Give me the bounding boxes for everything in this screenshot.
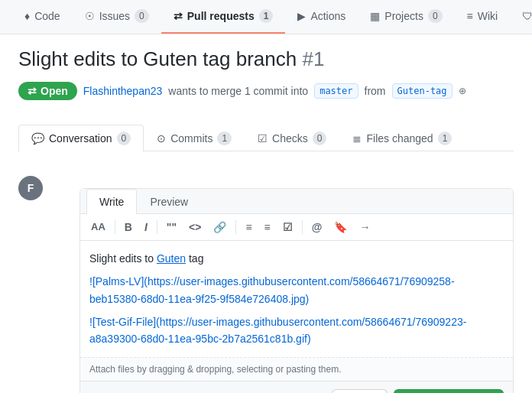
checks-icon: ☑ bbox=[258, 132, 268, 145]
editor-line-2: ![Palms-LV](https://user-images.githubus… bbox=[89, 273, 504, 307]
avatar: F bbox=[18, 176, 43, 200]
editor-line-3: ![Test-Gif-File](https://user-images.git… bbox=[89, 313, 504, 348]
editor-toolbar: AA B I "" <> 🔗 ≡ ≡ ☑ @ 🔖 → bbox=[80, 214, 513, 241]
issues-icon: ☉ bbox=[85, 10, 95, 22]
editor-line-1: Slight edits to Guten tag bbox=[89, 250, 504, 267]
toolbar-mention-btn[interactable]: @ bbox=[307, 219, 327, 235]
conversation-icon: 💬 bbox=[31, 132, 44, 145]
actions-icon: ▶ bbox=[297, 10, 306, 22]
code-icon: ♦ bbox=[24, 10, 30, 22]
comment-editor: Write Preview AA B I "" <> 🔗 ≡ ≡ ☑ bbox=[79, 188, 514, 393]
nav-item-issues[interactable]: ☉ Issues 0 bbox=[73, 0, 161, 34]
merge-icon: ⇄ bbox=[28, 85, 37, 97]
toolbar-separator-4 bbox=[302, 220, 303, 234]
timeline-avatar: F bbox=[18, 176, 49, 393]
pr-tabs-section: 💬 Conversation 0 ⊙ Commits 1 ☑ Checks 0 … bbox=[0, 125, 532, 151]
editor-tabs: Write Preview bbox=[80, 189, 513, 214]
nav-item-wiki[interactable]: ≡ Wiki bbox=[455, 1, 511, 33]
tab-preview[interactable]: Preview bbox=[137, 189, 201, 214]
tab-conversation[interactable]: 💬 Conversation 0 bbox=[18, 125, 144, 151]
wiki-icon: ≡ bbox=[467, 10, 473, 22]
nav-item-projects[interactable]: ▦ Projects 0 bbox=[358, 0, 454, 34]
editor-content[interactable]: Slight edits to Guten tag ![Palms-LV](ht… bbox=[80, 241, 513, 357]
toolbar-code-btn[interactable]: <> bbox=[184, 219, 206, 235]
tab-write[interactable]: Write bbox=[86, 189, 137, 214]
pr-title: Slight edits to Guten tag branch #1 bbox=[18, 47, 514, 73]
timeline-section: F Write Preview AA B I "" <> 🔗 bbox=[0, 151, 532, 393]
files-icon: ≣ bbox=[352, 132, 362, 145]
timeline: F Write Preview AA B I "" <> 🔗 bbox=[18, 164, 514, 393]
toolbar-heading-btn[interactable]: AA bbox=[86, 219, 110, 235]
editor-actions: Cancel Update comment bbox=[80, 381, 513, 393]
attach-area: Attach files by dragging & dropping, sel… bbox=[80, 357, 513, 381]
toolbar-link-btn[interactable]: 🔗 bbox=[209, 219, 231, 235]
nav-item-code[interactable]: ♦ Code bbox=[12, 1, 73, 33]
pr-author-link[interactable]: Flashinthepan23 bbox=[83, 85, 163, 97]
tab-checks[interactable]: ☑ Checks 0 bbox=[245, 125, 339, 151]
update-comment-button[interactable]: Update comment bbox=[394, 389, 504, 393]
toolbar-separator-3 bbox=[235, 220, 236, 234]
toolbar-numbered-btn[interactable]: ≡ bbox=[260, 219, 275, 235]
pull-request-icon: ⇄ bbox=[174, 10, 183, 22]
toolbar-separator-1 bbox=[115, 220, 115, 234]
pr-meta: ⇄ Open Flashinthepan23 wants to merge 1 … bbox=[18, 82, 514, 100]
timeline-main: Write Preview AA B I "" <> 🔗 ≡ ≡ ☑ bbox=[49, 176, 514, 393]
target-branch[interactable]: master bbox=[314, 83, 358, 99]
projects-icon: ▦ bbox=[370, 10, 380, 22]
pr-status-badge: ⇄ Open bbox=[18, 82, 77, 100]
nav-item-security[interactable]: 🛡 Security bbox=[510, 1, 532, 33]
toolbar-task-btn[interactable]: ☑ bbox=[278, 219, 297, 235]
page-content: Slight edits to Guten tag branch #1 ⇄ Op… bbox=[0, 34, 532, 125]
nav-item-actions[interactable]: ▶ Actions bbox=[285, 1, 358, 33]
toolbar-more-btn[interactable]: → bbox=[355, 219, 375, 235]
security-icon: 🛡 bbox=[522, 10, 532, 22]
top-nav: ♦ Code ☉ Issues 0 ⇄ Pull requests 1 ▶ Ac… bbox=[0, 0, 532, 34]
pr-tabs: 💬 Conversation 0 ⊙ Commits 1 ☑ Checks 0 … bbox=[18, 125, 514, 151]
source-branch[interactable]: Guten-tag bbox=[392, 83, 453, 99]
toolbar-bold-btn[interactable]: B bbox=[120, 219, 137, 235]
nav-item-pull-requests[interactable]: ⇄ Pull requests 1 bbox=[161, 0, 286, 34]
copy-branch-icon[interactable]: ⊕ bbox=[459, 86, 466, 96]
tab-files-changed[interactable]: ≣ Files changed 1 bbox=[339, 125, 465, 151]
toolbar-bullets-btn[interactable]: ≡ bbox=[241, 219, 256, 235]
cancel-button[interactable]: Cancel bbox=[332, 389, 388, 393]
toolbar-italic-btn[interactable]: I bbox=[140, 219, 152, 235]
toolbar-separator-2 bbox=[157, 220, 157, 234]
tab-commits[interactable]: ⊙ Commits 1 bbox=[144, 125, 245, 151]
toolbar-quote-btn[interactable]: "" bbox=[162, 219, 181, 235]
toolbar-bookmark-btn[interactable]: 🔖 bbox=[329, 219, 352, 235]
commits-icon: ⊙ bbox=[157, 132, 166, 145]
